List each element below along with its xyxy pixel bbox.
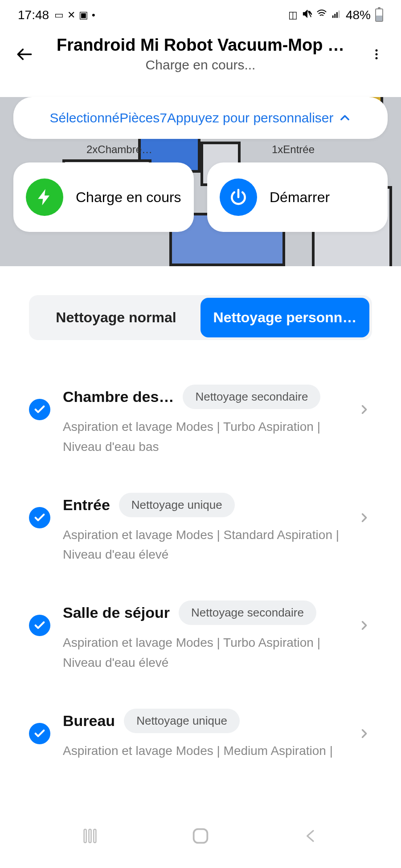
battery-icon <box>375 8 383 22</box>
missed-call-icon: ✕ <box>67 9 75 21</box>
svg-rect-8 <box>84 829 86 843</box>
app-header: Frandroid Mi Robot Vacuum-Mop … Charge e… <box>0 27 401 86</box>
svg-rect-2 <box>334 14 336 18</box>
selection-banner[interactable]: SélectionnéPièces7Appuyez pour personnal… <box>13 97 388 139</box>
charge-label: Charge en cours <box>76 188 181 206</box>
more-menu-button[interactable] <box>365 48 388 61</box>
power-icon <box>220 178 257 216</box>
room-badge: Nettoyage unique <box>124 709 240 733</box>
room-item[interactable]: Salle de séjour Nettoyage secondaire Asp… <box>29 583 372 691</box>
chevron-right-icon <box>356 726 372 742</box>
check-icon[interactable] <box>29 615 50 636</box>
dot-icon: • <box>92 9 95 21</box>
room-item[interactable]: Bureau Nettoyage unique Aspiration et la… <box>29 691 372 779</box>
back-button[interactable] <box>13 43 36 65</box>
image-icon: ▣ <box>79 9 88 21</box>
room-desc: Aspiration et lavage Modes | Standard As… <box>63 525 344 565</box>
tab-custom[interactable]: Nettoyage personn… <box>200 298 369 337</box>
room-desc: Aspiration et lavage Modes | Turbo Aspir… <box>63 633 344 673</box>
selection-text: SélectionnéPièces7Appuyez pour personnal… <box>49 110 333 126</box>
chevron-up-icon <box>338 111 352 125</box>
recents-button[interactable] <box>81 827 99 847</box>
svg-rect-3 <box>336 12 338 18</box>
svg-point-7 <box>376 57 378 59</box>
room-item[interactable]: Chambre des… Nettoyage secondaire Aspira… <box>29 367 372 475</box>
svg-point-5 <box>376 49 378 51</box>
room-name: Chambre des… <box>63 388 174 406</box>
map-label-entree: 1xEntrée <box>272 143 315 156</box>
room-item[interactable]: Entrée Nettoyage unique Aspiration et la… <box>29 475 372 583</box>
room-desc: Aspiration et lavage Modes | Turbo Aspir… <box>63 417 344 457</box>
status-bar: 17:48 ▭ ✕ ▣ • ◫ 48% <box>0 0 401 27</box>
wifi-icon <box>316 8 327 22</box>
status-time: 17:48 <box>18 8 49 22</box>
svg-rect-11 <box>194 829 208 843</box>
check-icon[interactable] <box>29 507 50 528</box>
tab-normal[interactable]: Nettoyage normal <box>32 298 200 337</box>
room-name: Salle de séjour <box>63 604 170 621</box>
battery-percent: 48% <box>346 8 371 22</box>
settings-panel: Nettoyage normal Nettoyage personn… Cham… <box>11 273 390 811</box>
room-name: Entrée <box>63 496 110 514</box>
system-nav-bar <box>0 806 401 868</box>
mute-icon <box>302 9 312 21</box>
room-name: Bureau <box>63 712 115 730</box>
page-subtitle: Charge en cours... <box>45 57 356 73</box>
map-label-chambre: 2xChambre… <box>86 143 152 156</box>
svg-point-6 <box>376 53 378 55</box>
room-badge: Nettoyage unique <box>119 493 235 517</box>
page-title: Frandroid Mi Robot Vacuum-Mop … <box>45 36 356 55</box>
cleaning-mode-tabs: Nettoyage normal Nettoyage personn… <box>29 295 372 340</box>
svg-rect-9 <box>89 829 91 843</box>
check-icon[interactable] <box>29 399 50 420</box>
room-badge: Nettoyage secondaire <box>183 385 320 409</box>
svg-rect-4 <box>339 11 340 18</box>
back-nav-button[interactable] <box>302 827 320 847</box>
start-label: Démarrer <box>270 188 330 206</box>
check-icon[interactable] <box>29 723 50 744</box>
charge-status-card[interactable]: Charge en cours <box>13 162 194 232</box>
chevron-right-icon <box>356 510 372 526</box>
start-button[interactable]: Démarrer <box>207 162 388 232</box>
home-button[interactable] <box>190 826 211 848</box>
svg-rect-1 <box>332 16 334 18</box>
saver-icon: ◫ <box>288 9 298 21</box>
room-desc: Aspiration et lavage Modes | Medium Aspi… <box>63 741 344 761</box>
chevron-right-icon <box>356 402 372 418</box>
chevron-right-icon <box>356 617 372 633</box>
charge-icon <box>26 178 63 216</box>
vr-icon: ▭ <box>54 9 64 21</box>
svg-rect-10 <box>94 829 96 843</box>
map-area[interactable]: SélectionnéPièces7Appuyez pour personnal… <box>0 97 401 266</box>
signal-icon <box>331 9 341 21</box>
room-badge: Nettoyage secondaire <box>179 600 316 625</box>
